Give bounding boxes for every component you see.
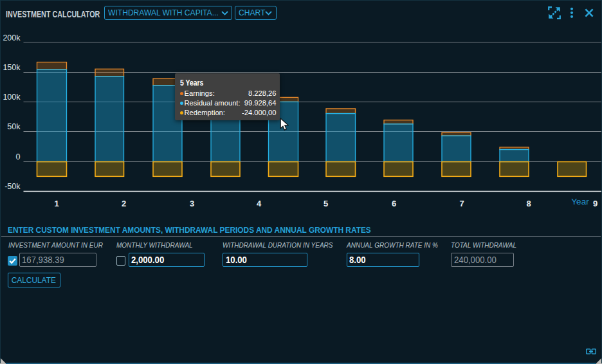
svg-text:9: 9 [593,199,597,208]
svg-text:50k: 50k [7,122,21,131]
svg-text:5: 5 [324,199,328,208]
svg-text:200k: 200k [3,33,21,42]
svg-text:0: 0 [16,152,21,161]
svg-text:7: 7 [459,199,464,208]
svg-text:4: 4 [257,199,262,208]
svg-text:1: 1 [54,199,59,208]
svg-text:3: 3 [190,199,194,208]
svg-text:150k: 150k [3,63,21,72]
svg-text:-50k: -50k [5,182,21,191]
svg-text:100k: 100k [3,93,21,102]
svg-text:Year: Year [571,197,589,206]
svg-text:6: 6 [392,199,396,208]
svg-text:2: 2 [122,199,126,208]
svg-text:8: 8 [526,199,531,208]
